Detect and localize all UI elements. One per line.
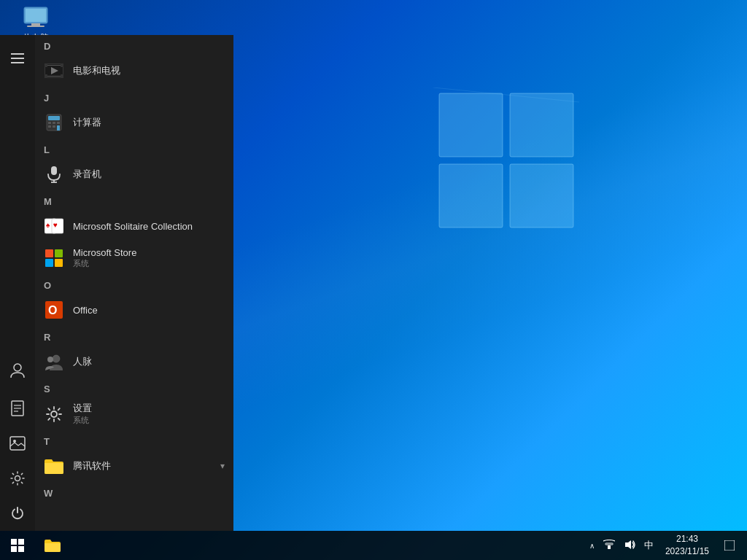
sidebar-power[interactable]	[0, 496, 35, 531]
app-item-settings[interactable]: 设置 系统	[35, 397, 233, 430]
svg-rect-6	[26, 9, 46, 22]
svg-marker-58	[625, 540, 631, 549]
store-sub: 系统	[73, 258, 136, 269]
sidebar-pictures[interactable]	[0, 426, 35, 461]
tray-volume-icon[interactable]	[621, 538, 638, 553]
svg-rect-55	[18, 546, 24, 552]
section-d: D	[35, 35, 233, 55]
svg-rect-43	[45, 249, 53, 257]
svg-rect-57	[605, 543, 613, 545]
start-menu: D 电影和电视	[0, 35, 233, 531]
section-s: S	[35, 378, 233, 397]
svg-rect-17	[10, 437, 25, 450]
tray-language[interactable]: 中	[641, 537, 657, 553]
svg-point-50	[47, 357, 53, 362]
settings-text: 设置 系统	[73, 402, 92, 426]
svg-point-19	[15, 476, 20, 481]
svg-rect-21	[44, 63, 47, 67]
section-r: R	[35, 326, 233, 346]
sidebar-settings[interactable]	[0, 461, 35, 496]
calculator-text: 计算器	[73, 116, 101, 129]
tencent-arrow: ▾	[220, 461, 225, 471]
start-sidebar	[0, 35, 35, 531]
start-windows-icon	[11, 539, 24, 552]
svg-rect-1	[510, 93, 573, 157]
people-text: 人脉	[73, 355, 92, 368]
movies-name: 电影和电视	[73, 64, 120, 77]
svg-rect-8	[27, 26, 44, 27]
app-item-tencent[interactable]: 腾讯软件 ▾	[35, 450, 233, 482]
app-item-people[interactable]: 人脉	[35, 346, 233, 378]
store-text: Microsoft Store 系统	[73, 247, 136, 269]
section-m: M	[35, 190, 233, 210]
movies-icon	[44, 61, 64, 81]
settings-name: 设置	[73, 402, 92, 415]
solitaire-icon: ♠ ♥	[44, 216, 64, 236]
svg-rect-0	[439, 93, 503, 157]
svg-rect-24	[61, 74, 63, 78]
svg-rect-23	[44, 74, 47, 78]
svg-rect-29	[48, 116, 60, 120]
sidebar-user[interactable]	[0, 353, 35, 388]
app-item-calculator[interactable]: 计算器	[35, 106, 233, 139]
this-pc-icon	[21, 6, 50, 29]
settings-sub: 系统	[73, 415, 92, 426]
sidebar-hamburger[interactable]	[0, 41, 35, 76]
section-l: L	[35, 139, 233, 158]
svg-rect-53	[18, 539, 24, 545]
office-icon: O	[44, 300, 64, 320]
taskbar: ∧ 中	[0, 531, 747, 560]
section-w: W	[35, 482, 233, 502]
app-item-movies[interactable]: 电影和电视	[35, 55, 233, 87]
tencent-name: 腾讯软件	[73, 459, 111, 472]
svg-point-12	[14, 364, 21, 371]
user-icon	[9, 362, 26, 378]
svg-rect-30	[48, 122, 51, 124]
svg-text:♥: ♥	[53, 221, 58, 229]
svg-text:♠: ♠	[46, 221, 50, 229]
svg-rect-7	[31, 23, 40, 26]
app-item-store[interactable]: Microsoft Store 系统	[35, 242, 233, 274]
movies-text: 电影和电视	[73, 64, 120, 77]
start-button[interactable]	[0, 531, 35, 560]
app-item-solitaire[interactable]: ♠ ♥ Microsoft Solitaire Collection	[35, 210, 233, 242]
svg-point-51	[51, 411, 57, 417]
svg-rect-54	[11, 546, 17, 552]
documents-icon	[11, 400, 24, 416]
tray-network-icon[interactable]	[600, 538, 618, 553]
store-name: Microsoft Store	[73, 247, 136, 258]
app-item-recorder[interactable]: 录音机	[35, 158, 233, 190]
power-icon	[10, 506, 25, 521]
hamburger-icon	[11, 53, 24, 63]
svg-rect-52	[11, 539, 17, 545]
svg-rect-36	[51, 166, 57, 175]
tray-clock[interactable]: 21:43 2023/11/15	[659, 532, 715, 559]
recorder-text: 录音机	[73, 168, 101, 181]
solitaire-text: Microsoft Solitaire Collection	[73, 221, 193, 232]
office-name: Office	[73, 305, 98, 316]
svg-rect-2	[439, 164, 503, 228]
app-item-office[interactable]: O Office	[35, 294, 233, 326]
calculator-name: 计算器	[73, 116, 101, 129]
svg-rect-31	[53, 122, 55, 124]
pictures-icon	[9, 436, 26, 451]
section-j: J	[35, 87, 233, 106]
tray-icons	[600, 538, 638, 553]
store-icon	[44, 248, 64, 268]
tray-notification-button[interactable]	[718, 531, 741, 560]
svg-rect-34	[53, 125, 55, 128]
windows-logo-desktop	[433, 88, 579, 233]
taskbar-file-explorer[interactable]	[35, 531, 70, 560]
settings-sidebar-icon	[10, 471, 25, 486]
svg-rect-56	[608, 545, 611, 549]
svg-rect-32	[57, 122, 60, 124]
notification-icon	[724, 540, 735, 551]
svg-rect-3	[510, 164, 573, 228]
tray-chevron[interactable]: ∧	[587, 539, 597, 553]
people-icon	[44, 351, 64, 372]
desktop: 此电脑	[0, 0, 747, 560]
tray-time: 21:43	[676, 533, 698, 545]
app-list[interactable]: D 电影和电视	[35, 35, 233, 531]
sidebar-documents[interactable]	[0, 391, 35, 426]
section-t: T	[35, 430, 233, 450]
